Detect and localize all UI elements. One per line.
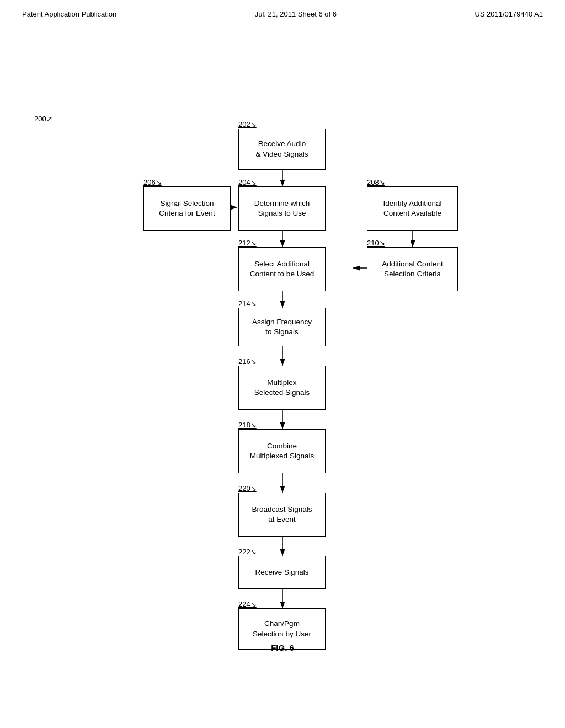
ref-216: 216↘ bbox=[238, 357, 257, 366]
box-220: Broadcast Signalsat Event bbox=[238, 493, 326, 537]
ref-202: 202↘ bbox=[238, 120, 257, 129]
header-right: US 2011/0179440 A1 bbox=[475, 10, 543, 18]
box-204: Determine whichSignals to Use bbox=[238, 186, 326, 231]
box-216: MultiplexSelected Signals bbox=[238, 366, 326, 410]
box-214: Assign Frequencyto Signals bbox=[238, 308, 326, 346]
ref-214: 214↘ bbox=[238, 299, 257, 308]
box-218: CombineMultiplexed Signals bbox=[238, 429, 326, 473]
ref-222: 222↘ bbox=[238, 548, 257, 556]
diagram-area: 200↗ Receive Audio& Video Signals 202↘ D… bbox=[0, 35, 565, 669]
box-206: Signal SelectionCriteria for Event bbox=[143, 186, 231, 231]
box-202: Receive Audio& Video Signals bbox=[238, 129, 326, 170]
fig-label: FIG. 6 bbox=[0, 643, 565, 652]
ref-220: 220↘ bbox=[238, 484, 257, 493]
ref-206: 206↘ bbox=[143, 178, 162, 186]
ref-212: 212↘ bbox=[238, 239, 257, 247]
ref-200: 200↗ bbox=[34, 115, 52, 123]
box-210: Additional ContentSelection Criteria bbox=[367, 247, 458, 291]
page-header: Patent Application Publication Jul. 21, … bbox=[0, 0, 565, 24]
ref-208: 208↘ bbox=[367, 178, 385, 186]
ref-224: 224↘ bbox=[238, 600, 257, 608]
header-left: Patent Application Publication bbox=[22, 10, 116, 18]
box-208: Identify AdditionalContent Available bbox=[367, 186, 458, 231]
ref-210: 210↘ bbox=[367, 239, 385, 247]
ref-218: 218↘ bbox=[238, 421, 257, 429]
header-center: Jul. 21, 2011 Sheet 6 of 6 bbox=[255, 10, 337, 18]
box-212: Select AdditionalContent to be Used bbox=[238, 247, 326, 291]
box-222: Receive Signals bbox=[238, 556, 326, 589]
ref-204: 204↘ bbox=[238, 178, 257, 186]
